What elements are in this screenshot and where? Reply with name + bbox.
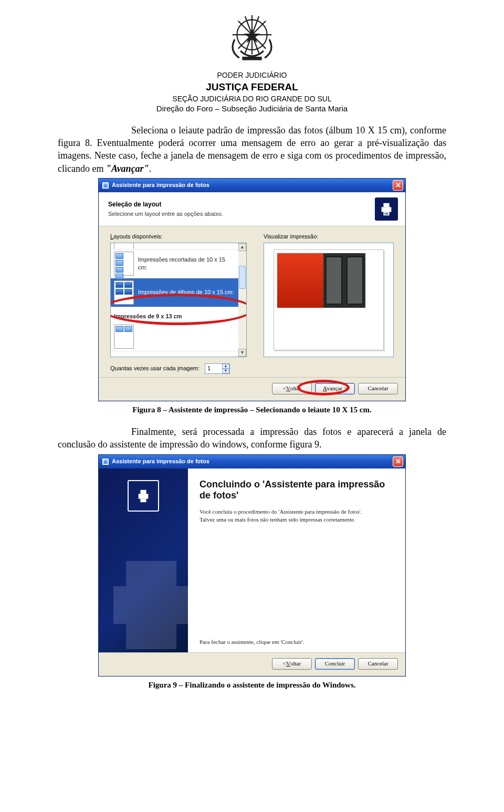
button-row: < Voltar Concluir Cancelar [99, 652, 405, 676]
app-icon [102, 182, 109, 189]
titlebar[interactable]: Assistente para impressão de fotos ✕ [99, 455, 405, 469]
wizard-side-panel [99, 469, 188, 652]
close-icon[interactable]: ✕ [393, 180, 403, 191]
figure-8-wrap: Assistente para impressão de fotos ✕ Sel… [58, 178, 446, 401]
app-icon [102, 458, 109, 465]
print-preview [264, 243, 394, 357]
document-header: PODER JUDICIÁRIO JUSTIÇA FEDERAL SEÇÃO J… [58, 11, 446, 114]
printer-icon [375, 197, 398, 221]
layout-group-9x13: Impressões de 9 x 13 cm [111, 307, 238, 322]
wizard-title: Seleção de layout [108, 200, 223, 209]
svg-rect-13 [384, 214, 388, 214]
printer-icon [128, 480, 159, 512]
close-icon[interactable]: ✕ [393, 456, 403, 467]
svg-rect-17 [113, 586, 188, 624]
preview-label: Visualizar impressão: [264, 233, 394, 241]
header-line-4: Direção do Foro – Subseção Judiciária de… [58, 103, 446, 114]
scrollbar[interactable]: ▲ ▼ [238, 243, 246, 357]
completion-text: Você concluiu o procedimento do 'Assiste… [200, 508, 378, 524]
scroll-up-icon[interactable]: ▲ [238, 243, 246, 251]
svg-rect-14 [139, 494, 149, 498]
emblem-wrap [58, 11, 446, 68]
button-row: < Voltar Avançar > Cancelar [99, 377, 405, 401]
decorative-shadow-icon [99, 542, 188, 652]
svg-rect-8 [242, 57, 261, 60]
quantity-row: Quantas vezes usar cada imagem: 1 ▲▼ [110, 363, 394, 374]
paragraph-2: Finalmente, será processada a impressão … [58, 425, 446, 451]
layouts-label: Layouts disponíveis: [110, 233, 247, 241]
titlebar[interactable]: Assistente para impressão de fotos ✕ [99, 179, 405, 192]
finish-button[interactable]: Concluir [315, 658, 355, 670]
svg-rect-10 [383, 203, 389, 207]
svg-rect-9 [382, 207, 392, 212]
figure-9-caption: Figura 9 – Finalizando o assistente de i… [58, 680, 446, 690]
cancel-button[interactable]: Cancelar [358, 383, 398, 394]
quantity-input[interactable]: 1 ▲▼ [205, 363, 230, 374]
dialog-title: Assistente para impressão de fotos [112, 181, 209, 189]
completion-title: Concluindo o 'Assistente para impressão … [200, 479, 394, 502]
svg-rect-19 [126, 624, 176, 649]
scroll-thumb[interactable] [239, 266, 246, 289]
preview-photo [277, 253, 365, 308]
wizard-subtitle: Selecione um layout entre as opções abai… [108, 210, 223, 218]
layout-item[interactable] [111, 322, 238, 351]
quantity-spinner[interactable]: ▲▼ [222, 364, 229, 373]
spin-up-icon[interactable]: ▲ [222, 364, 229, 369]
scroll-down-icon[interactable]: ▼ [238, 349, 246, 357]
next-button[interactable]: Avançar > [315, 383, 355, 394]
figure-8-caption: Figura 8 – Assistente de impressão – Sel… [58, 404, 446, 415]
layouts-listbox[interactable]: Impressões recortadas de 10 x 15 cm: Imp… [110, 243, 247, 357]
back-button[interactable]: < Voltar [272, 658, 312, 670]
header-line-1: PODER JUDICIÁRIO [58, 70, 446, 80]
svg-rect-18 [126, 561, 176, 586]
spin-down-icon[interactable]: ▼ [222, 369, 229, 373]
completion-footer: Para fechar o assistente, clique em 'Con… [200, 638, 394, 646]
cancel-button[interactable]: Cancelar [358, 658, 398, 670]
wizard-header: Seleção de layout Selecione um layout en… [99, 192, 405, 226]
svg-rect-11 [383, 212, 389, 215]
header-line-2: JUSTIÇA FEDERAL [58, 80, 446, 94]
figure-9-wrap: Assistente para impressão de fotos ✕ Con… [58, 454, 446, 676]
dialog-layout-selection: Assistente para impressão de fotos ✕ Sel… [98, 178, 406, 401]
dialog-completion: Assistente para impressão de fotos ✕ Con… [98, 454, 406, 676]
layout-item[interactable] [111, 243, 238, 249]
svg-rect-12 [384, 213, 388, 213]
header-line-3: SEÇÃO JUDICIÁRIA DO RIO GRANDE DO SUL [58, 94, 446, 104]
paragraph-1: Seleciona o leiaute padrão de impressão … [58, 124, 446, 175]
national-emblem-icon [223, 11, 281, 68]
svg-rect-15 [140, 490, 146, 494]
layout-item-recortadas[interactable]: Impressões recortadas de 10 x 15 cm: [111, 249, 238, 278]
dialog-title: Assistente para impressão de fotos [112, 457, 209, 465]
back-button[interactable]: < Voltar [272, 383, 312, 394]
completion-pane: Concluindo o 'Assistente para impressão … [188, 469, 405, 652]
scroll-track[interactable] [238, 251, 246, 349]
layout-item-albuns-selected[interactable]: Impressões de álbuns de 10 x 15 cm: [111, 278, 238, 307]
svg-rect-16 [140, 498, 146, 502]
preview-page [274, 249, 384, 350]
